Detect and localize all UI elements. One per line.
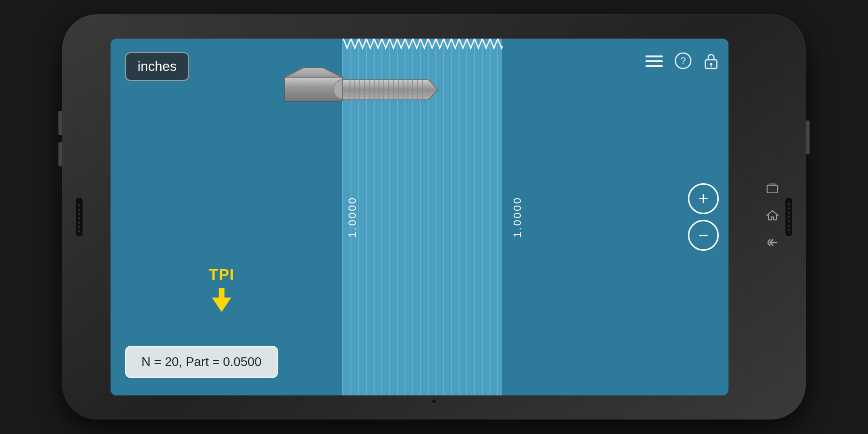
svg-rect-43 bbox=[645, 60, 663, 62]
units-button[interactable]: inches bbox=[125, 52, 189, 81]
measurement-right: 1.0000 bbox=[511, 196, 524, 237]
help-icon[interactable]: ? bbox=[674, 52, 692, 73]
svg-rect-1 bbox=[769, 183, 776, 185]
volume-up-button[interactable] bbox=[58, 111, 62, 135]
svg-text:?: ? bbox=[680, 55, 686, 66]
back-button[interactable] bbox=[766, 237, 779, 251]
home-button[interactable] bbox=[766, 209, 779, 224]
measurement-left: 1.0000 bbox=[346, 196, 359, 237]
recent-apps-button[interactable] bbox=[766, 183, 779, 196]
zoom-controls: + − bbox=[688, 183, 719, 251]
tpi-arrow bbox=[207, 285, 236, 318]
tpi-indicator: TPI bbox=[207, 266, 236, 318]
lock-icon[interactable] bbox=[703, 52, 719, 73]
app-screen: 1.0000 1.0000 inches ? bbox=[111, 39, 728, 395]
svg-rect-42 bbox=[645, 55, 663, 57]
speaker-right bbox=[785, 198, 792, 236]
bolt-image bbox=[255, 48, 439, 154]
svg-rect-44 bbox=[645, 65, 663, 67]
front-camera bbox=[431, 398, 437, 404]
screen-bezel: 1.0000 1.0000 inches ? bbox=[111, 39, 728, 395]
svg-rect-0 bbox=[767, 185, 778, 193]
android-nav-bar bbox=[766, 183, 779, 251]
power-button[interactable] bbox=[806, 121, 810, 154]
speaker-left bbox=[76, 198, 83, 236]
svg-rect-51 bbox=[219, 288, 224, 299]
svg-rect-25 bbox=[342, 80, 429, 100]
top-toolbar: ? bbox=[645, 52, 719, 73]
phone-frame: 1.0000 1.0000 inches ? bbox=[62, 14, 806, 420]
zoom-in-button[interactable]: + bbox=[688, 183, 719, 214]
zoom-out-button[interactable]: − bbox=[688, 220, 719, 251]
result-box: N = 20, Part = 0.0500 bbox=[125, 346, 278, 378]
tpi-label: TPI bbox=[207, 266, 236, 284]
svg-marker-50 bbox=[212, 298, 231, 312]
svg-point-48 bbox=[710, 63, 713, 66]
volume-down-button[interactable] bbox=[58, 142, 62, 166]
menu-icon[interactable] bbox=[645, 54, 663, 72]
